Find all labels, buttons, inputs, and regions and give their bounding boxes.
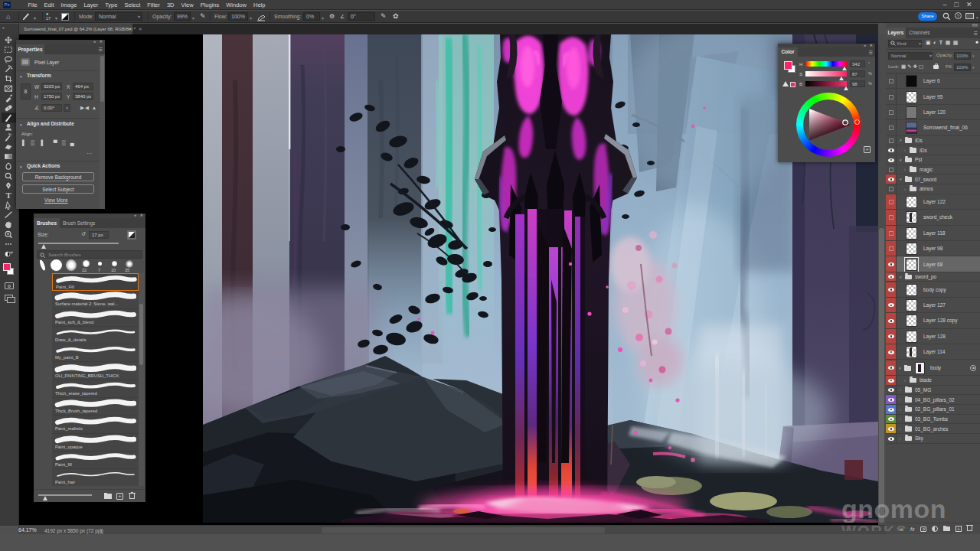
svg-text:T: T — [6, 191, 12, 200]
